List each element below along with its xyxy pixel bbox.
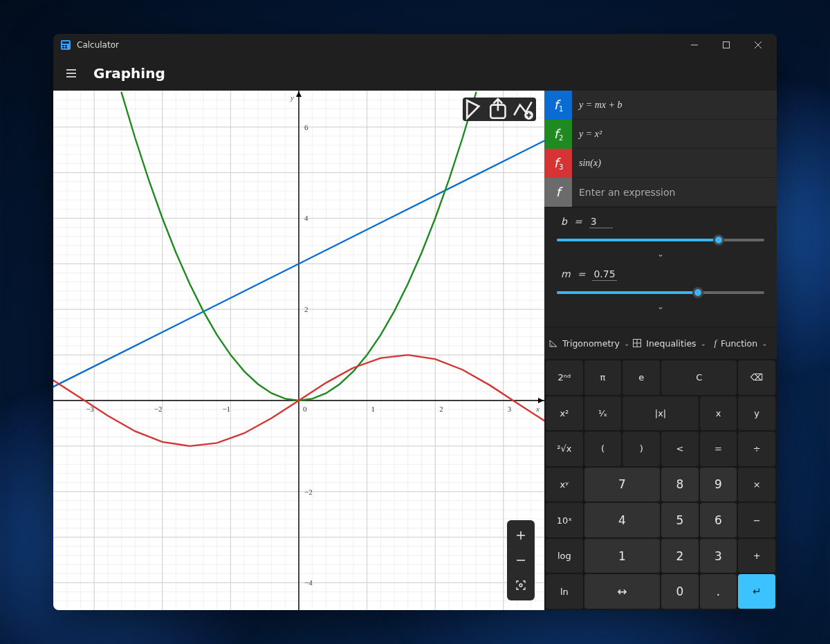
key-4[interactable]: 4 [584,503,660,537]
key-3[interactable]: 3 [700,539,737,573]
svg-point-144 [519,584,522,587]
equation-row-2[interactable]: f2 y = x² [544,120,777,149]
maximize-button[interactable] [710,34,742,56]
slider-m-value[interactable]: 0.75 [592,268,616,281]
key-1[interactable]: 1 [584,539,660,573]
equation-row-3[interactable]: f3 sin(x) [544,149,777,178]
key-5[interactable]: 5 [661,503,699,537]
equation-list: f1 y = mx + b f2 y = x² f3 sin(x) f Ente… [544,91,777,207]
svg-rect-4 [62,47,64,48]
slider-m-expand[interactable]: ⌄ [557,302,764,311]
category-function[interactable]: f Function⌄ [709,331,773,355]
svg-text:−2: −2 [154,405,163,413]
keypad-category-row: Trigonometry⌄ Inequalities⌄ f Function⌄ [544,326,777,359]
equation-input-badge: f [544,178,572,207]
key-rparen[interactable]: ) [622,432,660,466]
key-xsquared[interactable]: x² [546,396,583,431]
key-0[interactable]: 0 [661,574,699,609]
slider-b-thumb[interactable] [713,234,724,246]
svg-text:−1: −1 [222,405,230,413]
key-6[interactable]: 6 [700,503,737,537]
page-title: Graphing [93,65,165,82]
key-abs[interactable]: |x| [622,396,698,431]
svg-text:2: 2 [439,405,443,413]
hamburger-menu-button[interactable] [59,61,84,86]
inequality-icon [632,338,642,348]
key-add[interactable]: + [738,539,775,573]
category-inequalities[interactable]: Inequalities⌄ [632,331,706,355]
key-y-variable[interactable]: y [738,396,775,431]
zoom-out-button[interactable] [507,548,535,573]
key-log[interactable]: log [546,539,583,573]
slider-b-value[interactable]: 3 [589,216,613,228]
function-icon: f [714,338,716,349]
svg-text:6: 6 [304,123,308,131]
trace-button[interactable] [464,99,488,120]
key-xy[interactable]: xʸ [546,468,583,502]
category-trigonometry[interactable]: Trigonometry⌄ [548,331,629,355]
key-lt[interactable]: < [661,432,699,466]
svg-text:x: x [535,405,540,413]
app-title: Calculator [77,40,679,50]
equation-input-row[interactable]: f Enter an expression [544,178,777,207]
key-2[interactable]: 2 [661,539,699,573]
slider-b-expand[interactable]: ⌄ [557,249,764,259]
close-button[interactable] [742,34,774,56]
graph-canvas[interactable]: yx−3−2−10123−4−2246 [53,91,544,610]
equation-input-placeholder: Enter an expression [572,187,675,198]
svg-text:−2: −2 [304,488,313,496]
slider-m-thumb[interactable] [692,287,703,298]
svg-rect-3 [65,45,67,46]
key-submit[interactable]: ↵ [738,574,775,609]
key-ln[interactable]: ln [546,574,583,609]
slider-m-name: m [561,268,571,279]
key-decimal[interactable]: . [700,574,737,609]
slider-m: m = 0.75 ⌄ [557,268,764,311]
equation-expr-3: sin(x) [572,158,601,169]
key-9[interactable]: 9 [700,468,737,502]
zoom-controls [507,520,535,600]
svg-text:1: 1 [371,405,376,413]
equation-badge-1[interactable]: f1 [544,91,572,120]
key-backspace[interactable]: ⌫ [738,360,775,395]
calculator-window: Calculator Graphing yx−3−2−10123−4−2246 [53,34,777,610]
slider-b: b = 3 ⌄ [557,216,764,259]
slider-m-track[interactable] [557,286,764,299]
svg-rect-1 [62,42,69,44]
zoom-in-button[interactable] [507,523,535,548]
key-8[interactable]: 8 [661,468,699,502]
key-7[interactable]: 7 [584,468,660,502]
equation-row-1[interactable]: f1 y = mx + b [544,91,777,120]
key-paren-swap[interactable]: ↔ [584,574,660,609]
slider-b-name: b [561,216,567,227]
key-equals[interactable]: = [700,432,737,466]
equation-expr-2: y = x² [572,129,602,140]
titlebar: Calculator [53,34,777,56]
key-second[interactable]: 2ⁿᵈ [546,360,583,395]
key-clear[interactable]: C [661,360,737,395]
key-x-variable[interactable]: x [700,396,737,431]
key-divide[interactable]: ÷ [738,432,775,466]
header: Graphing [53,56,777,91]
key-tenx[interactable]: 10ˣ [546,503,583,537]
equation-badge-2[interactable]: f2 [544,120,572,149]
graph-options-button[interactable] [511,99,535,120]
zoom-fit-button[interactable] [507,573,535,598]
key-reciprocal[interactable]: ¹⁄ₓ [584,396,622,431]
equation-badge-3[interactable]: f3 [544,149,572,178]
key-sqrt[interactable]: ²√x [546,432,583,466]
svg-text:4: 4 [304,214,308,222]
key-e[interactable]: e [622,360,660,395]
equation-expr-1: y = mx + b [572,100,622,111]
keypad: 2ⁿᵈ π e C ⌫ x² ¹⁄ₓ |x| x y ²√x ( ) < = ÷… [544,359,777,610]
svg-text:3: 3 [508,405,512,413]
key-pi[interactable]: π [584,360,622,395]
key-multiply[interactable]: × [738,468,775,502]
key-lparen[interactable]: ( [584,432,622,466]
svg-text:−4: −4 [304,578,313,587]
share-button[interactable] [488,99,511,120]
svg-rect-5 [65,47,67,48]
minimize-button[interactable] [679,34,710,56]
key-subtract[interactable]: − [738,503,775,537]
slider-b-track[interactable] [557,234,764,246]
